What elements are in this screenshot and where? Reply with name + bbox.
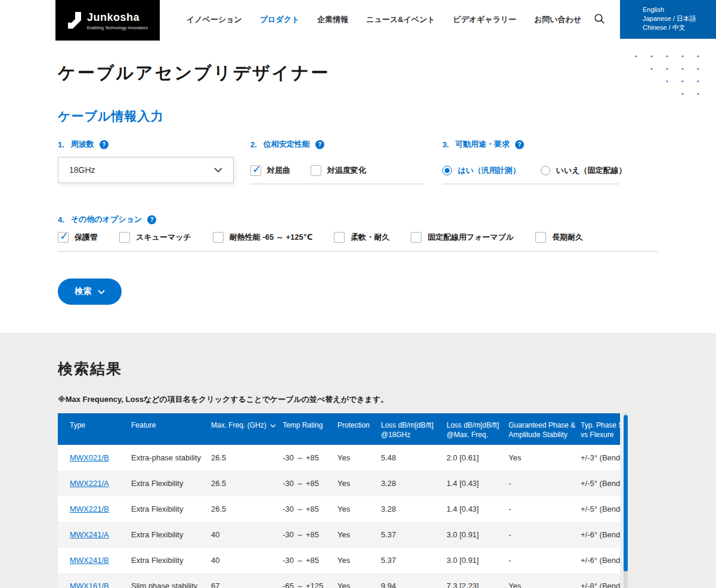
checkbox-label: 対屈曲	[267, 165, 290, 176]
vertical-scrollbar[interactable]	[624, 413, 628, 588]
checkbox-flexible-durable[interactable]: 柔軟・耐久	[334, 232, 389, 243]
cell-guaranteed: -	[501, 471, 574, 496]
checkbox-protective-tube[interactable]: ✓ 保護管	[58, 232, 98, 243]
cell-protection: Yes	[330, 573, 374, 588]
cell-temp-rating: -30 ～ +85	[275, 496, 330, 522]
col-header-protection[interactable]: Protection	[330, 413, 374, 445]
cell-phase-stability: +/-3° (Bend R	[574, 445, 620, 471]
language-option-english[interactable]: English	[643, 5, 716, 14]
check-icon: ✓	[252, 163, 261, 176]
table-row: MWX021/B Extra-phase stability 26.5 -30 …	[58, 445, 620, 471]
cell-phase-stability: +/-8° (Bend R	[574, 573, 620, 588]
cell-loss-max-freq: 2.0 [0.61]	[439, 445, 501, 471]
col-header-temp-rating[interactable]: Temp Rating	[275, 413, 330, 445]
radio-no-fixed-wiring[interactable]: いいえ（固定配線）	[541, 165, 627, 176]
cable-type-link[interactable]: MWX241/A	[70, 530, 109, 539]
checkbox-icon	[535, 232, 546, 243]
col-header-loss-max-freq[interactable]: Loss dB/m[dB/ft] @Max. Freq.	[439, 413, 501, 445]
col-header-guaranteed-phase[interactable]: Guaranteed Phase & Amplitude Stability	[501, 413, 574, 445]
radio-yes-general-measurement[interactable]: はい（汎用計測）	[442, 165, 520, 176]
frequency-select[interactable]: 18GHz	[58, 157, 234, 183]
checkbox-skew-match[interactable]: スキューマッチ	[119, 232, 191, 243]
results-table-area: Type Feature Max. Freq. (GHz) Temp Ratin…	[58, 413, 716, 588]
checkbox-fixed-wiring-formable[interactable]: 固定配線用フォーマブル	[411, 232, 514, 243]
col-header-loss-18ghz[interactable]: Loss dB/m[dB/ft] @18GHz	[374, 413, 439, 445]
radio-icon	[541, 166, 550, 175]
col-header-text: @Max. Freq.	[447, 430, 498, 440]
movable-use-label: 3. 可動用途・要求 ?	[442, 139, 619, 150]
cell-feature: Slim phase stability	[124, 573, 204, 588]
results-heading: 検索結果	[58, 359, 716, 379]
help-icon[interactable]: ?	[515, 140, 524, 149]
cell-guaranteed: -	[501, 522, 574, 547]
nav-item-news-events[interactable]: ニュース&イベント	[366, 14, 435, 25]
cell-max-freq: 26.5	[204, 471, 275, 496]
col-header-feature[interactable]: Feature	[124, 413, 204, 445]
cell-loss-18ghz: 3.28	[374, 471, 439, 496]
language-option-japanese[interactable]: Japanese / 日本語	[643, 14, 716, 23]
checkbox-icon	[411, 232, 421, 243]
logo-text: Junkosha Enabling Technology Innovators	[87, 11, 148, 30]
checkbox-long-term-durability[interactable]: 長期耐久	[535, 232, 583, 243]
checkbox-icon	[213, 232, 224, 243]
checkbox-label: 長期耐久	[552, 232, 583, 243]
cell-protection: Yes	[330, 445, 374, 471]
results-section: 検索結果 ※Max Frequency, Lossなどの項目名をクリックすること…	[0, 333, 716, 588]
other-options-field: 4. その他のオプション ? ✓ 保護管 スキューマッチ 耐熱性能 -65 ～ …	[58, 214, 658, 252]
col-header-text: Temp Rating	[283, 420, 327, 430]
checkbox-bend-resistance[interactable]: ✓ 対屈曲	[250, 165, 290, 176]
cell-max-freq: 26.5	[204, 496, 275, 522]
nav-item-innovation[interactable]: イノベーション	[187, 14, 242, 25]
cell-guaranteed: Yes	[501, 445, 574, 471]
sort-desc-icon	[270, 421, 276, 429]
cell-feature: Extra Flexibility	[124, 496, 204, 522]
cable-type-link[interactable]: MWX221/B	[70, 505, 109, 513]
col-header-text: Guaranteed Phase &	[509, 420, 570, 430]
site-header: Junkosha Enabling Technology Innovators …	[0, 0, 716, 39]
cable-type-link[interactable]: MWX241/B	[70, 556, 109, 565]
cell-max-freq: 67	[204, 573, 275, 588]
help-icon[interactable]: ?	[100, 140, 109, 149]
cell-loss-18ghz: 3.28	[374, 496, 439, 522]
cell-guaranteed: Yes	[501, 573, 574, 588]
cell-protection: Yes	[330, 471, 374, 496]
checkbox-label: 対温度変化	[327, 165, 366, 176]
cell-protection: Yes	[330, 547, 374, 573]
col-header-text: Loss dB/m[dB/ft]	[381, 420, 436, 430]
nav-item-contact[interactable]: お問い合わせ	[534, 14, 581, 25]
checkbox-heat-resistance[interactable]: 耐熱性能 -65 ～ +125℃	[213, 232, 313, 243]
cell-phase-stability: +/-6° (Bend R	[574, 522, 620, 547]
col-header-typ-phase-stability[interactable]: Typ. Phase Stability vs Flexure	[574, 413, 620, 445]
help-icon[interactable]: ?	[315, 140, 324, 149]
cable-type-link[interactable]: MWX021/B	[70, 453, 109, 462]
table-header-row: Type Feature Max. Freq. (GHz) Temp Ratin…	[58, 413, 620, 445]
checkbox-temperature-change[interactable]: 対温度変化	[311, 165, 366, 176]
cell-max-freq: 40	[204, 522, 275, 547]
form-row-1: 1. 周波数 ? 18GHz 2. 位相安定性能 ? ✓ 対屈曲	[58, 139, 658, 184]
help-icon[interactable]: ?	[147, 215, 156, 224]
junkosha-logo-icon	[67, 12, 82, 29]
junkosha-logo[interactable]: Junkosha Enabling Technology Innovators	[55, 0, 160, 41]
cell-feature: Extra Flexibility	[124, 547, 204, 573]
col-header-type[interactable]: Type	[58, 413, 124, 445]
cell-guaranteed: -	[501, 496, 574, 522]
nav-item-company-info[interactable]: 企業情報	[317, 14, 348, 25]
search-submit-button[interactable]: 検索	[58, 278, 122, 305]
cell-feature: Extra Flexibility	[124, 471, 204, 496]
checkbox-icon: ✓	[58, 232, 69, 243]
nav-item-video-gallery[interactable]: ビデオギャラリー	[453, 14, 516, 25]
table-row: MWX241/B Extra Flexibility 40 -30 ～ +85 …	[58, 547, 620, 573]
cell-protection: Yes	[330, 496, 374, 522]
nav-item-products[interactable]: プロダクト	[260, 14, 300, 25]
cable-type-link[interactable]: MWX161/B	[70, 581, 109, 588]
cable-type-link[interactable]: MWX221/A	[70, 479, 109, 488]
search-submit-label: 検索	[75, 286, 92, 297]
vertical-scrollbar-thumb[interactable]	[624, 415, 628, 571]
radio-icon	[442, 166, 452, 175]
cell-temp-rating: -65 ～ +125	[275, 573, 330, 588]
language-option-chinese[interactable]: Chinese / 中文	[643, 23, 716, 32]
col-header-max-freq[interactable]: Max. Freq. (GHz)	[204, 413, 275, 445]
field-label-text: 位相安定性能	[264, 139, 310, 150]
search-button[interactable]	[594, 13, 605, 24]
main-nav: イノベーション プロダクト 企業情報 ニュース&イベント ビデオギャラリー お問…	[187, 0, 581, 39]
